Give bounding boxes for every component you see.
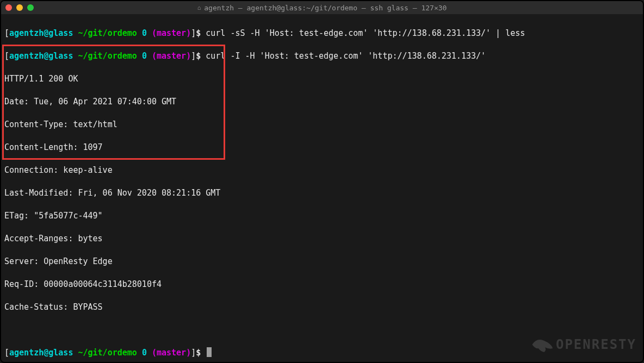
git-branch: (master)	[152, 28, 191, 39]
prompt-symbol: $	[196, 28, 201, 39]
http-header: Content-Type: text/html	[4, 119, 640, 130]
exit-status: 0	[142, 347, 147, 359]
user-host: agentzh@glass	[9, 28, 73, 39]
exit-status: 0	[142, 28, 147, 39]
http-header: Cache-Status: BYPASS	[4, 302, 640, 313]
http-header: Connection: keep-alive	[4, 165, 640, 176]
prompt-line-1: [agentzh@glass ~/git/ordemo 0 (master)]$…	[4, 28, 640, 39]
cursor	[207, 347, 212, 357]
http-header: Last-Modified: Fri, 06 Nov 2020 08:21:16…	[4, 187, 640, 199]
watermark: OPENRESTY	[530, 334, 636, 355]
maximize-button[interactable]	[27, 4, 34, 11]
terminal-content[interactable]: [agentzh@glass ~/git/ordemo 0 (master)]$…	[1, 14, 643, 363]
command-2: curl -I -H 'Host: test-edge.com' 'http:/…	[201, 51, 486, 62]
window-title: ⌂ agentzh — agentzh@glass:~/git/ordemo —…	[197, 4, 447, 12]
command-1: curl -sS -H 'Host: test-edge.com' 'http:…	[201, 28, 525, 39]
titlebar: ⌂ agentzh — agentzh@glass:~/git/ordemo —…	[1, 1, 643, 14]
git-branch: (master)	[152, 51, 191, 62]
http-header: Server: OpenResty Edge	[4, 256, 640, 267]
watermark-text: OPENRESTY	[556, 337, 636, 352]
http-header: Content-Length: 1097	[4, 142, 640, 153]
prompt-line-2: [agentzh@glass ~/git/ordemo 0 (master)]$…	[4, 51, 640, 62]
http-header: Date: Tue, 06 Apr 2021 07:40:00 GMT	[4, 96, 640, 108]
prompt-symbol: $	[196, 347, 201, 359]
home-icon: ⌂	[197, 4, 201, 11]
user-host: agentzh@glass	[9, 347, 73, 359]
cwd-path: ~/git/ordemo	[78, 51, 137, 62]
user-host: agentzh@glass	[9, 51, 73, 62]
http-header: Req-ID: 00000a00064c3114b28010f4	[4, 279, 640, 290]
http-header: ETag: "5fa5077c-449"	[4, 210, 640, 222]
openresty-logo-icon	[530, 334, 554, 355]
exit-status: 0	[142, 51, 147, 62]
http-status-line: HTTP/1.1 200 OK	[4, 73, 640, 85]
minimize-button[interactable]	[16, 4, 23, 11]
terminal-window: ⌂ agentzh — agentzh@glass:~/git/ordemo —…	[0, 0, 644, 363]
prompt-symbol: $	[196, 51, 201, 62]
git-branch: (master)	[152, 347, 191, 359]
close-button[interactable]	[5, 4, 12, 11]
cwd-path: ~/git/ordemo	[78, 28, 137, 39]
cwd-path: ~/git/ordemo	[78, 347, 137, 359]
traffic-lights	[5, 4, 34, 11]
title-text: agentzh — agentzh@glass:~/git/ordemo — s…	[204, 4, 447, 12]
http-header: Accept-Ranges: bytes	[4, 233, 640, 245]
